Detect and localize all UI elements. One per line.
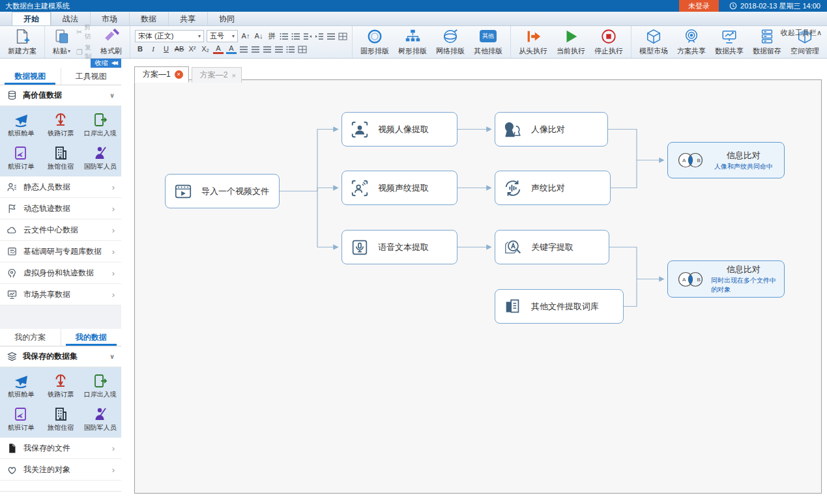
- saved-border-entry[interactable]: 口岸出入境: [80, 369, 120, 402]
- face-frame-icon: [350, 120, 370, 139]
- dataset-rail-ticket[interactable]: 铁路订票: [41, 108, 81, 141]
- section-saved-datasets[interactable]: 我保存的数据集 ∨: [0, 346, 121, 367]
- dataset-flight-manifest[interactable]: 航班舱单: [1, 108, 41, 141]
- login-status-badge[interactable]: 未登录: [679, 0, 719, 12]
- ribbon-tab-collab[interactable]: 协同: [207, 12, 246, 25]
- data-retention-button[interactable]: 数据留存: [749, 27, 785, 57]
- category-virtual-identity-data[interactable]: 虚拟身份和轨迹数据 ›: [0, 262, 121, 284]
- category-market-shared-data[interactable]: 市场共享数据 ›: [0, 284, 121, 305]
- tab-tool-view[interactable]: 工具视图: [61, 68, 122, 85]
- tab-my-data[interactable]: 我的数据: [61, 329, 122, 346]
- my-saved-files[interactable]: 我保存的文件 ›: [0, 438, 121, 459]
- node-face-compare[interactable]: 人像比对: [495, 112, 608, 147]
- sort-icon[interactable]: [326, 33, 336, 40]
- network-layout-icon: [442, 28, 459, 45]
- category-track-data[interactable]: 动态轨迹数据 ›: [0, 198, 121, 219]
- font-family-select[interactable]: 宋体 (正文)▾: [135, 30, 204, 42]
- node-voice-compare[interactable]: 声纹比对: [495, 171, 611, 205]
- font-color-button[interactable]: A: [213, 44, 224, 54]
- run-current-button[interactable]: 当前执行: [553, 27, 588, 57]
- plan-share-button[interactable]: 方案共享: [674, 27, 709, 57]
- play-icon: [562, 28, 579, 45]
- line-spacing-icon[interactable]: [286, 46, 295, 53]
- category-research-data[interactable]: 基础调研与专题库数据 ›: [0, 241, 121, 262]
- saved-flight-order[interactable]: 航班订单: [1, 402, 41, 436]
- align-right-icon[interactable]: [263, 46, 272, 53]
- ribbon-tab-data[interactable]: 数据: [129, 12, 168, 25]
- category-cloud-file-data[interactable]: 云文件中心数据 ›: [0, 219, 121, 241]
- run-from-start-button[interactable]: 从头执行: [515, 27, 551, 57]
- model-market-button[interactable]: 模型市场: [636, 27, 671, 57]
- saved-hotel-stay[interactable]: 旅馆住宿: [41, 402, 81, 436]
- my-followed-objects[interactable]: 我关注的对象 ›: [0, 459, 121, 481]
- other-layout-button[interactable]: 其他 其他排版: [471, 27, 506, 57]
- sidebar-collapse-button[interactable]: 收缩 ◀◀: [91, 59, 121, 68]
- close-tab-icon[interactable]: ×: [175, 70, 183, 79]
- close-tab-icon[interactable]: ×: [231, 72, 235, 79]
- shrink-font-button[interactable]: A↓: [254, 31, 264, 41]
- node-voice-extract[interactable]: 视频声纹提取: [341, 171, 457, 205]
- saved-flight-manifest[interactable]: 航班舱单: [1, 369, 41, 402]
- flow-canvas[interactable]: 导入一个视频文件 视频人像提取 人像比对 视频声纹提取 声纹比对 语音文本提取 …: [134, 79, 822, 494]
- shading-color-button[interactable]: A: [226, 44, 237, 54]
- bold-button[interactable]: B: [135, 44, 145, 54]
- saved-rail-ticket[interactable]: 铁路订票: [41, 369, 81, 402]
- node-info-compare-face-voice[interactable]: A B 信息比对 人像和声纹共同命中: [667, 142, 785, 178]
- node-keyword-extract[interactable]: 关键字提取: [495, 230, 609, 264]
- file-icon: [7, 443, 18, 454]
- node-info-compare-files[interactable]: A B 信息比对 同时出现在多个文件中的对象: [667, 260, 785, 298]
- pinyin-guide-button[interactable]: 拼: [267, 31, 277, 41]
- subscript-button[interactable]: X₂: [200, 44, 210, 54]
- collapse-toolbar-button[interactable]: 收起工具栏∧: [781, 28, 822, 38]
- node-import-video[interactable]: 导入一个视频文件: [165, 174, 280, 208]
- venn-diagram-icon: A B: [676, 270, 706, 289]
- align-center-icon[interactable]: [251, 46, 260, 53]
- node-other-files-lexicon[interactable]: 其他文件提取词库: [495, 289, 624, 324]
- network-layout-button[interactable]: 网络排版: [433, 27, 468, 57]
- italic-button[interactable]: I: [148, 44, 158, 54]
- bullet-list-icon[interactable]: [280, 33, 289, 40]
- paste-button[interactable]: 粘贴▾: [50, 27, 74, 57]
- decrease-indent-icon[interactable]: [303, 33, 312, 40]
- layers-icon: [7, 351, 18, 362]
- align-left-icon[interactable]: [239, 46, 248, 53]
- circle-layout-button[interactable]: 圆形排版: [357, 27, 392, 57]
- cut-button[interactable]: ✂剪切: [76, 23, 94, 41]
- ribbon-tab-market[interactable]: 市场: [90, 12, 129, 25]
- tab-data-view[interactable]: 数据视图: [0, 68, 61, 85]
- numbered-list-icon[interactable]: [291, 33, 300, 40]
- doc-tab-plan1[interactable]: 方案—1 ×: [134, 66, 189, 83]
- font-size-select[interactable]: 五号▾: [207, 30, 238, 42]
- stop-exec-button[interactable]: 停止执行: [591, 27, 626, 57]
- grow-font-button[interactable]: A↑: [240, 31, 251, 41]
- superscript-button[interactable]: X²: [187, 44, 197, 54]
- format-painter-button[interactable]: 格式刷: [97, 27, 125, 57]
- section-high-value-data[interactable]: 高价值数据 ∨: [0, 85, 121, 106]
- clock-icon: [729, 2, 737, 10]
- tree-layout-button[interactable]: 树形排版: [395, 27, 430, 57]
- svg-text:B: B: [697, 277, 701, 283]
- dataset-hotel-stay[interactable]: 旅馆住宿: [41, 141, 81, 175]
- strikethrough-button[interactable]: AB: [174, 44, 184, 54]
- ribbon-tab-bar: 开始 战法 市场 数据 共享 协同: [0, 12, 827, 26]
- app-window: 大数据自主建模系统 未登录 2018-02-13 星期三 14:00 开始 战法…: [0, 0, 827, 504]
- ribbon-tab-share[interactable]: 共享: [168, 12, 207, 25]
- dataset-military-personnel[interactable]: 国防军人员: [80, 141, 120, 175]
- dataset-flight-order[interactable]: 航班订单: [1, 141, 41, 175]
- new-plan-button[interactable]: 新建方案: [5, 27, 40, 57]
- cell-border-icon[interactable]: [298, 46, 307, 53]
- data-share-button[interactable]: 数据共享: [712, 27, 747, 57]
- doc-tab-plan2[interactable]: 方案—2 ×: [192, 67, 242, 83]
- dataset-border-entry[interactable]: 口岸出入境: [80, 108, 120, 141]
- node-speech-text[interactable]: 语音文本提取: [341, 230, 457, 264]
- border-grid-icon[interactable]: [338, 33, 347, 40]
- ribbon-tab-start[interactable]: 开始: [12, 12, 51, 25]
- tab-my-plans[interactable]: 我的方案: [0, 329, 61, 346]
- increase-indent-icon[interactable]: [315, 33, 324, 40]
- saved-military-personnel[interactable]: 国防军人员: [80, 402, 120, 436]
- justify-icon[interactable]: [274, 46, 283, 53]
- underline-button[interactable]: U: [161, 44, 171, 54]
- category-static-person-data[interactable]: 静态人员数据 ›: [0, 176, 121, 198]
- railway-icon: [53, 112, 68, 128]
- node-face-extract[interactable]: 视频人像提取: [341, 112, 457, 147]
